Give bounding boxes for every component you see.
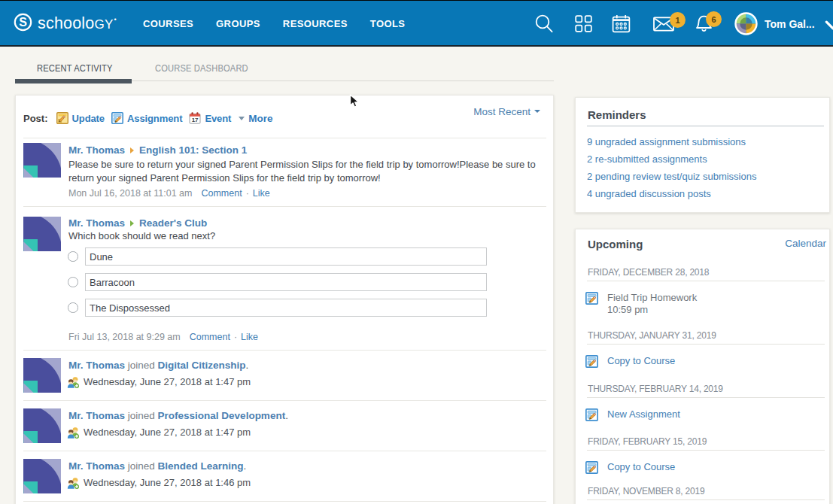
timestamp: Wednesday, June 27, 2018 at 1:47 pm	[84, 427, 251, 438]
poll-radio-1[interactable]	[68, 277, 78, 287]
apps-grid-icon[interactable]	[575, 1, 592, 47]
reminders-title: Reminders	[588, 108, 646, 121]
poll-option-2[interactable]: The Dispossessed	[85, 299, 487, 317]
course-link[interactable]: English 101: Section 1	[139, 144, 247, 156]
user-name[interactable]: Tom Gal...	[765, 18, 815, 30]
feed-item-header: Mr. Thomas joined Blended Learning.	[68, 460, 246, 472]
people-icon	[67, 477, 79, 489]
people-icon	[67, 376, 79, 388]
assignment-icon	[111, 112, 123, 124]
course-link[interactable]: Digital Citizenship	[158, 360, 246, 371]
divider	[23, 451, 546, 451]
reminder-link-1[interactable]: 2 re-submitted assignments	[587, 153, 707, 165]
upcoming-date: FRIDAY, NOVEMBER 8, 2019	[588, 486, 704, 496]
schoology-logo[interactable]: S schooloGY•	[14, 13, 117, 32]
course-avatar[interactable]	[23, 358, 61, 393]
user-menu-chevron-icon[interactable]	[825, 20, 833, 30]
upcoming-event: Field Trip Homework	[585, 292, 697, 305]
timestamp: Wednesday, June 27, 2018 at 1:47 pm	[84, 376, 251, 387]
svg-text:17: 17	[192, 117, 199, 123]
post-meta: Wednesday, June 27, 2018 at 1:46 pm	[68, 476, 251, 489]
like-link[interactable]: Like	[241, 332, 258, 342]
joined-verb: joined	[128, 360, 158, 371]
svg-text:S: S	[19, 16, 27, 29]
poll-option-0[interactable]: Dune	[85, 247, 487, 266]
author-link[interactable]: Mr. Thomas	[68, 144, 125, 156]
divider	[587, 126, 824, 126]
dot-separator: ·	[234, 332, 237, 342]
post-assignment-button[interactable]: Assignment	[111, 112, 182, 124]
assignment-icon	[585, 292, 598, 305]
nav-tools[interactable]: TOOLS	[370, 18, 406, 29]
feed-tabs: RECENT ACTIVITY COURSE DASHBOARD	[15, 62, 554, 83]
timestamp: Mon Jul 16, 2018 at 11:01 am	[68, 188, 192, 199]
course-link[interactable]: Professional Development	[158, 410, 286, 421]
poll-radio-0[interactable]	[68, 251, 78, 262]
event-link[interactable]: Copy to Course	[607, 355, 675, 368]
breadcrumb-arrow-icon	[130, 220, 134, 226]
comment-link[interactable]: Comment	[190, 332, 230, 342]
poll-option-row: The Dispossessed	[68, 299, 489, 317]
feed-item-header: Mr. Thomas Reader's Club	[68, 217, 207, 229]
event-title[interactable]: Field Trip Homework	[607, 292, 697, 305]
recent-activity-feed: Most Recent Post: Update	[15, 95, 554, 504]
timestamp: Fri Jul 13, 2018 at 9:29 am	[68, 332, 181, 342]
poll-radio-2[interactable]	[68, 302, 78, 313]
nav-groups[interactable]: GROUPS	[216, 18, 260, 29]
search-icon[interactable]	[534, 1, 555, 47]
post-event-button[interactable]: 17 Event	[189, 112, 231, 124]
tab-course-dashboard[interactable]: COURSE DASHBOARD	[155, 62, 248, 74]
divider	[587, 344, 825, 345]
poll-option-1[interactable]: Barracoon	[85, 273, 487, 291]
more-caret-icon[interactable]	[239, 117, 245, 120]
nav-courses[interactable]: COURSES	[143, 18, 193, 29]
reminder-link-2[interactable]: 2 pending review test/quiz submissions	[587, 171, 756, 182]
user-avatar[interactable]	[734, 1, 758, 47]
comment-link[interactable]: Comment	[201, 188, 242, 199]
post-more-button[interactable]: More	[248, 113, 272, 124]
post-meta: Fri Jul 13, 2018 at 9:29 am Comment · Li…	[68, 332, 258, 342]
messages-icon[interactable]: 1	[653, 1, 674, 47]
sort-caret-icon	[534, 110, 540, 113]
author-link[interactable]: Mr. Thomas	[68, 410, 125, 421]
upcoming-event: Copy to Course	[585, 355, 675, 368]
course-avatar[interactable]	[23, 408, 61, 443]
schoology-s-icon: S	[14, 13, 32, 32]
tab-recent-activity[interactable]: RECENT ACTIVITY	[37, 62, 113, 74]
poll-option-row: Barracoon	[68, 273, 489, 291]
divider	[23, 206, 546, 207]
notifications-icon[interactable]: 6	[695, 1, 713, 47]
sort-label: Most Recent	[473, 106, 531, 117]
author-link[interactable]: Mr. Thomas	[68, 460, 125, 472]
update-icon	[56, 112, 68, 124]
calendar-icon[interactable]	[612, 1, 631, 47]
event-link[interactable]: New Assignment	[607, 408, 680, 421]
course-link[interactable]: Blended Learning	[158, 460, 244, 472]
nav-resources[interactable]: RESOURCES	[283, 18, 348, 29]
divider	[23, 400, 546, 401]
upcoming-date: FRIDAY, FEBRUARY 15, 2019	[588, 436, 707, 447]
author-link[interactable]: Mr. Thomas	[68, 360, 125, 371]
assignment-icon	[585, 461, 598, 474]
feed-item-joined: Mr. Thomas joined Digital Citizenship. W…	[16, 358, 555, 393]
calendar-link[interactable]: Calendar	[785, 238, 826, 249]
feed-item-update: Mr. Thomas English 101: Section 1 Please…	[16, 143, 555, 205]
course-avatar[interactable]	[23, 459, 61, 493]
event-link[interactable]: Copy to Course	[607, 461, 675, 474]
dot-separator: ·	[246, 188, 249, 199]
like-link[interactable]: Like	[253, 188, 270, 199]
group-link[interactable]: Reader's Club	[139, 217, 207, 229]
post-composer: Post: Update	[23, 112, 273, 124]
update-label: Update	[72, 113, 105, 124]
notifications-badge: 6	[706, 11, 722, 27]
sort-dropdown[interactable]: Most Recent	[473, 106, 540, 117]
group-avatar[interactable]	[23, 217, 61, 251]
author-link[interactable]: Mr. Thomas	[68, 217, 125, 229]
post-update-button[interactable]: Update	[56, 112, 105, 124]
course-avatar[interactable]	[23, 143, 61, 178]
assignment-label: Assignment	[127, 113, 182, 124]
divider	[587, 499, 825, 500]
reminder-link-3[interactable]: 4 ungraded discussion posts	[587, 188, 711, 199]
upcoming-event: Copy to Course	[585, 461, 675, 474]
reminder-link-0[interactable]: 9 ungraded assignment submissions	[587, 136, 746, 147]
